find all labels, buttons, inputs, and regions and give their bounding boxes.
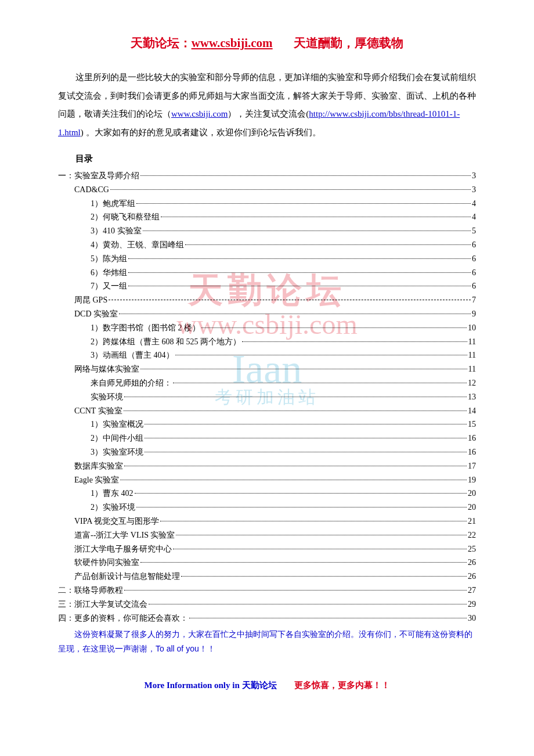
toc-row[interactable]: 三：浙江大学复试交流会 29 xyxy=(58,597,476,611)
toc-leader xyxy=(181,576,467,577)
toc-title: 目录 xyxy=(75,153,476,164)
toc-page: 16 xyxy=(468,445,476,459)
toc-row[interactable]: 3）410 实验室 5 xyxy=(58,224,476,238)
toc-leader xyxy=(140,175,471,176)
page-header: 天勤论坛：www.csbiji.com 天道酬勤，厚德载物 xyxy=(58,35,476,51)
toc-row[interactable]: 一：实验室及导师介绍 3 xyxy=(58,169,476,183)
toc-leader xyxy=(124,466,467,466)
toc-label: 三：浙江大学复试交流会 xyxy=(58,597,147,611)
header-link[interactable]: www.csbiji.com xyxy=(192,36,273,50)
toc-page: 13 xyxy=(468,390,476,404)
toc-page: 6 xyxy=(472,238,476,252)
header-prefix: 天勤论坛： xyxy=(131,36,192,50)
thanks-paragraph: 这份资料凝聚了很多人的努力，大家在百忙之中抽时间写下各自实验室的介绍。没有你们，… xyxy=(58,627,476,656)
toc-label: VIPA 视觉交互与图形学 xyxy=(74,514,159,528)
toc-row[interactable]: Eagle 实验室 19 xyxy=(58,473,476,487)
toc-row[interactable]: 2）跨媒体组（曹主 608 和 525 两个地方） 11 xyxy=(58,335,476,349)
toc-label: 3）动画组（曹主 404） xyxy=(91,348,174,362)
toc-row[interactable]: 来自师兄师姐的介绍： 12 xyxy=(58,376,476,390)
toc-label: 2）跨媒体组（曹主 608 和 525 两个地方） xyxy=(91,335,241,349)
toc-row[interactable]: 3）动画组（曹主 404） 11 xyxy=(58,348,476,362)
toc-leader xyxy=(128,258,471,259)
toc-page: 16 xyxy=(468,431,476,445)
toc-leader xyxy=(110,189,471,190)
toc-row[interactable]: 四：更多的资料，你可能还会喜欢： 30 xyxy=(58,611,476,625)
toc-page: 14 xyxy=(468,404,476,418)
toc-row[interactable]: 2）中间件小组 16 xyxy=(58,431,476,445)
toc-row[interactable]: 产品创新设计与信息智能处理 26 xyxy=(58,570,476,584)
toc-row[interactable]: 1）实验室概况 15 xyxy=(58,417,476,431)
toc-row[interactable]: 1）鲍虎军组 4 xyxy=(58,197,476,211)
toc-label: 数据库实验室 xyxy=(74,459,123,473)
footer-left: More Information only in 天勤论坛 xyxy=(144,681,276,690)
toc-page: 26 xyxy=(468,570,476,584)
table-of-contents: 一：实验室及导师介绍 3CAD&CG 31）鲍虎军组 42）何晓飞和蔡登组 43… xyxy=(58,169,476,625)
toc-row[interactable]: 网络与媒体实验室 11 xyxy=(58,362,476,376)
toc-row[interactable]: 周昆 GPS 7 xyxy=(58,293,476,307)
toc-page: 21 xyxy=(468,514,476,528)
toc-leader xyxy=(136,203,471,204)
toc-label: Eagle 实验室 xyxy=(74,473,119,487)
toc-label: CAD&CG xyxy=(74,183,109,197)
intro-link1[interactable]: www.csbiji.com xyxy=(171,109,228,118)
toc-leader xyxy=(119,314,471,314)
toc-leader xyxy=(124,590,467,591)
toc-row[interactable]: 4）黄劲、王锐、章国峰组 6 xyxy=(58,238,476,252)
toc-row[interactable]: 3）实验室环境 16 xyxy=(58,445,476,459)
toc-leader xyxy=(160,521,467,521)
toc-label: 一：实验室及导师介绍 xyxy=(58,169,139,183)
toc-leader xyxy=(185,244,471,245)
toc-row[interactable]: CCNT 实验室 14 xyxy=(58,404,476,418)
toc-row[interactable]: 实验环境 13 xyxy=(58,390,476,404)
toc-page: 20 xyxy=(468,487,476,501)
toc-label: 实验环境 xyxy=(91,390,123,404)
toc-page: 25 xyxy=(468,542,476,556)
toc-leader xyxy=(175,355,467,355)
toc-label: 产品创新设计与信息智能处理 xyxy=(74,570,180,584)
toc-row[interactable]: 5）陈为组 6 xyxy=(58,252,476,266)
toc-leader xyxy=(136,507,467,507)
thanks-en: To all of you！！ xyxy=(156,644,215,653)
footer-right: 更多惊喜，更多内幕！！ xyxy=(294,681,390,690)
toc-label: 3）410 实验室 xyxy=(91,224,142,238)
toc-page: 3 xyxy=(472,169,476,183)
toc-row[interactable]: 二：联络导师教程 27 xyxy=(58,584,476,597)
toc-row[interactable]: 浙江大学电子服务研究中心 25 xyxy=(58,542,476,556)
toc-row[interactable]: DCD 实验室 9 xyxy=(58,307,476,321)
toc-leader xyxy=(109,300,471,300)
toc-label: 1）实验室概况 xyxy=(91,417,143,431)
toc-leader xyxy=(128,272,471,273)
toc-label: 道富--浙江大学 VLIS 实验室 xyxy=(74,528,175,542)
toc-row[interactable]: 软硬件协同实验室 26 xyxy=(58,556,476,570)
toc-label: 周昆 GPS xyxy=(74,293,107,307)
toc-row[interactable]: 1）数字图书馆（图书馆 2 楼） 10 xyxy=(58,321,476,335)
toc-page: 15 xyxy=(468,417,476,431)
toc-leader xyxy=(140,562,467,563)
toc-page: 3 xyxy=(472,183,476,197)
toc-label: 1）曹东 402 xyxy=(91,487,134,501)
toc-page: 12 xyxy=(468,376,476,390)
toc-leader xyxy=(140,369,467,369)
toc-page: 26 xyxy=(468,556,476,570)
toc-page: 20 xyxy=(468,501,476,514)
toc-row[interactable]: 7）又一组 6 xyxy=(58,279,476,293)
toc-page: 7 xyxy=(472,293,476,307)
toc-leader xyxy=(135,493,467,494)
toc-label: 软硬件协同实验室 xyxy=(74,556,139,570)
toc-label: 6）华炜组 xyxy=(91,266,127,280)
toc-row[interactable]: 2）实验环境 20 xyxy=(58,501,476,514)
toc-page: 27 xyxy=(468,584,476,597)
toc-row[interactable]: CAD&CG 3 xyxy=(58,183,476,197)
toc-page: 10 xyxy=(468,321,476,335)
toc-leader xyxy=(173,549,467,549)
toc-page: 4 xyxy=(472,210,476,224)
toc-row[interactable]: 1）曹东 402 20 xyxy=(58,487,476,501)
toc-row[interactable]: VIPA 视觉交互与图形学 21 xyxy=(58,514,476,528)
toc-row[interactable]: 道富--浙江大学 VLIS 实验室 22 xyxy=(58,528,476,542)
toc-row[interactable]: 2）何晓飞和蔡登组 4 xyxy=(58,210,476,224)
toc-leader xyxy=(173,383,467,383)
toc-row[interactable]: 6）华炜组 6 xyxy=(58,266,476,280)
toc-label: 7）又一组 xyxy=(91,279,127,293)
toc-label: CCNT 实验室 xyxy=(74,404,122,418)
toc-row[interactable]: 数据库实验室 17 xyxy=(58,459,476,473)
